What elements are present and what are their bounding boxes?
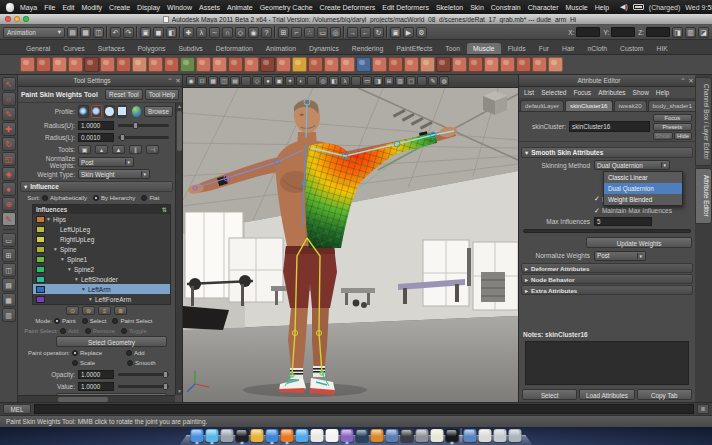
- menu-item[interactable]: Animate: [226, 4, 254, 11]
- shelf-tab[interactable]: Rendering: [346, 43, 389, 54]
- close-panel-icon[interactable]: ✕: [174, 77, 182, 85]
- muscle-shelf-icon[interactable]: [52, 57, 67, 72]
- influence-row[interactable]: RightUpLeg: [33, 234, 170, 244]
- muscle-shelf-icon[interactable]: [180, 57, 195, 72]
- move-tool-icon[interactable]: ✚: [2, 122, 16, 136]
- select-tool-icon[interactable]: ↖: [2, 77, 16, 91]
- vp-joints-xray-icon[interactable]: λ: [340, 76, 350, 86]
- muscle-shelf-icon[interactable]: [196, 57, 211, 72]
- update-weights-button[interactable]: Update Weights: [586, 237, 692, 248]
- sidebar-channel-toggle-icon[interactable]: ▥: [685, 27, 696, 38]
- influence-row[interactable]: LeftUpLeg: [33, 224, 170, 234]
- influences-sort-icon[interactable]: ⇅: [162, 206, 167, 213]
- muscle-shelf-icon[interactable]: [340, 57, 355, 72]
- itunes-dock-icon[interactable]: [206, 429, 219, 442]
- coordinate-field[interactable]: [611, 27, 635, 37]
- radius-u-slider[interactable]: [118, 124, 169, 127]
- node-name-field[interactable]: skinCluster16: [569, 121, 650, 132]
- undo-icon[interactable]: ↶: [110, 27, 121, 38]
- mask-handles-icon[interactable]: ✚: [183, 27, 194, 38]
- coordinate-field[interactable]: [646, 27, 670, 37]
- grid-app-dock-icon[interactable]: [386, 429, 399, 442]
- shelf-tab[interactable]: Muscle: [467, 43, 501, 54]
- mask-joints-icon[interactable]: λ: [196, 27, 207, 38]
- vp-shadows-icon[interactable]: ◐: [296, 76, 306, 86]
- select-hierarchy-icon[interactable]: ▣: [140, 27, 151, 38]
- snap-grid-icon[interactable]: ⊞: [278, 27, 289, 38]
- influence-color-swatch[interactable]: [36, 226, 45, 233]
- current-tool-icon[interactable]: ✎: [2, 212, 16, 226]
- zoom-window-button[interactable]: [23, 16, 29, 22]
- radius-u-field[interactable]: 1.0000: [78, 121, 114, 130]
- vp-sep[interactable]: [417, 76, 427, 86]
- menu-item[interactable]: Edit: [61, 4, 75, 11]
- close-window-button[interactable]: [5, 16, 11, 22]
- snap-surface-icon[interactable]: ◎: [330, 27, 341, 38]
- vp-xray-icon[interactable]: ◧: [329, 76, 339, 86]
- menu-item[interactable]: Edit Deformers: [381, 4, 430, 11]
- muscle-shelf-icon[interactable]: [468, 57, 483, 72]
- paint-operation-radio[interactable]: Replace: [72, 350, 102, 356]
- brush-profile-gaussian[interactable]: [104, 105, 115, 118]
- soft-modification-icon[interactable]: ●: [2, 182, 16, 196]
- vp-textured-icon[interactable]: ▣: [274, 76, 284, 86]
- vp-safe-action-icon[interactable]: ▥: [395, 76, 405, 86]
- script-editor-icon[interactable]: ≣: [697, 404, 709, 414]
- mask-deformers-icon[interactable]: ◇: [235, 27, 246, 38]
- influence-color-swatch[interactable]: [36, 296, 45, 303]
- aperture-dock-icon[interactable]: [401, 429, 414, 442]
- menu-item[interactable]: Help: [594, 4, 610, 11]
- separator[interactable]: [343, 26, 345, 38]
- brush-profile-solid[interactable]: [91, 105, 102, 118]
- save-scene-icon[interactable]: ◫: [93, 27, 104, 38]
- window-title-bar[interactable]: Autodesk Maya 2011 Beta 2 x64 - Trial Ve…: [0, 14, 712, 25]
- muscle-shelf-icon[interactable]: [36, 57, 51, 72]
- construction-history-icon[interactable]: ↻: [373, 27, 384, 38]
- vp-image-plane-icon[interactable]: ▤: [230, 76, 240, 86]
- opacity-field[interactable]: 1.0000: [78, 370, 114, 379]
- muscle-shelf-icon[interactable]: [324, 57, 339, 72]
- clone-tool-icon[interactable]: ∥: [129, 145, 142, 154]
- mask-surfaces-icon[interactable]: ∩: [222, 27, 233, 38]
- influence-row[interactable]: ▾ Hips: [33, 214, 170, 224]
- shelf-tab[interactable]: PaintEffects: [390, 43, 438, 54]
- paint-select-tool-icon[interactable]: ✎: [2, 107, 16, 121]
- shelf-tab[interactable]: Polygons: [132, 43, 172, 54]
- muscle-shelf-icon[interactable]: [356, 57, 371, 72]
- lasso-select-tool-icon[interactable]: ○: [2, 92, 16, 106]
- max-influences-slider[interactable]: [519, 227, 695, 235]
- vp-shaded-icon[interactable]: ●: [263, 76, 273, 86]
- ae-footer-button[interactable]: Copy Tab: [637, 389, 692, 400]
- photoshop-dock-icon[interactable]: [356, 429, 369, 442]
- muscle-shelf-icon[interactable]: [244, 57, 259, 72]
- influence-row[interactable]: ▾ Spine2: [33, 264, 170, 274]
- muscle-shelf-icon[interactable]: [68, 57, 83, 72]
- list-compact-icon[interactable]: ≡: [98, 306, 111, 315]
- muscle-shelf-icon[interactable]: [500, 57, 515, 72]
- sidebar-tool-toggle-icon[interactable]: ◪: [698, 27, 709, 38]
- vp-resolution-gate-icon[interactable]: ▭: [362, 76, 372, 86]
- redo-icon[interactable]: ↷: [123, 27, 134, 38]
- skinning-method-dropdown[interactable]: Dual Quaternion▾: [594, 160, 670, 170]
- muscle-shelf-icon[interactable]: [84, 57, 99, 72]
- paint-select-radio[interactable]: Add: [60, 328, 79, 334]
- weight-type-dropdown[interactable]: Skin Weight▾: [78, 169, 150, 179]
- opacity-slider[interactable]: [118, 373, 169, 376]
- collapsed-attribute-section[interactable]: ▸Node Behavior: [521, 274, 693, 284]
- muscle-shelf-icon[interactable]: [148, 57, 163, 72]
- dock-divider[interactable]: [461, 428, 462, 442]
- muscle-shelf-icon[interactable]: [228, 57, 243, 72]
- layout-custom-icon[interactable]: ▥: [2, 308, 16, 322]
- ae-node-tab[interactable]: skinCluster16: [565, 100, 613, 111]
- separator[interactable]: [106, 26, 108, 38]
- new-scene-icon[interactable]: ▤: [67, 27, 78, 38]
- calculator-dock-icon[interactable]: [221, 429, 234, 442]
- influence-row[interactable]: ▾ LeftArm: [33, 284, 170, 294]
- documents-stack-dock-icon[interactable]: [479, 429, 492, 442]
- influence-section-header[interactable]: ▾Influence: [20, 181, 173, 192]
- ae-menu-item[interactable]: Focus: [573, 89, 591, 96]
- menu-item[interactable]: Constrain: [490, 4, 522, 11]
- muscle-shelf-icon[interactable]: [212, 57, 227, 72]
- muscle-shelf-icon[interactable]: [388, 57, 403, 72]
- ae-node-tab[interactable]: body_shader1: [648, 100, 697, 111]
